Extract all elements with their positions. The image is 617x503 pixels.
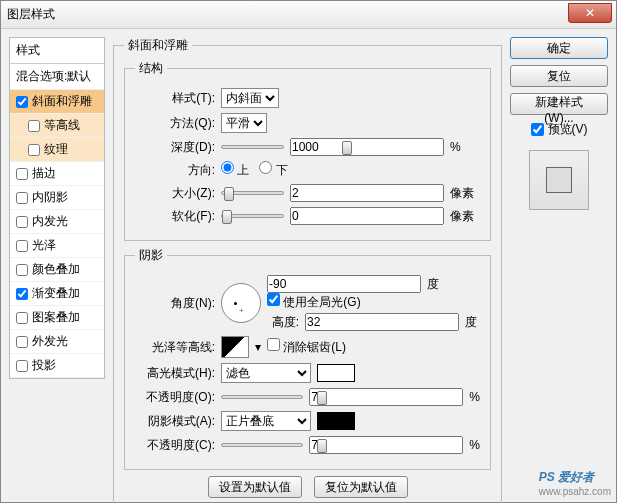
highlight-opacity-label: 不透明度(O): — [135, 389, 215, 406]
shading-group: 阴影 角度(N): + 度 使用全局光(G) 高度: — [124, 247, 491, 470]
highlight-opacity-slider[interactable] — [221, 395, 303, 399]
close-button[interactable]: ✕ — [568, 3, 612, 23]
shading-legend: 阴影 — [135, 247, 167, 264]
style-item[interactable]: 描边 — [10, 162, 104, 186]
shadow-opacity-label: 不透明度(C): — [135, 437, 215, 454]
style-item[interactable]: 斜面和浮雕 — [10, 90, 104, 114]
method-label: 方法(Q): — [135, 115, 215, 132]
size-input[interactable] — [290, 184, 444, 202]
angle-dial[interactable]: + — [221, 283, 261, 323]
depth-slider[interactable] — [221, 145, 284, 149]
blend-options-row[interactable]: 混合选项:默认 — [10, 64, 104, 90]
dir-up-radio[interactable]: 上 — [221, 161, 249, 179]
layer-style-dialog: 图层样式 ✕ 样式 混合选项:默认 斜面和浮雕等高线纹理描边内阴影内发光光泽颜色… — [0, 0, 617, 503]
depth-label: 深度(D): — [135, 139, 215, 156]
soften-input[interactable] — [290, 207, 444, 225]
shadow-mode-label: 阴影模式(A): — [135, 413, 215, 430]
angle-label: 角度(N): — [135, 295, 215, 312]
action-panel: 确定 复位 新建样式(W)... 预览(V) — [510, 37, 608, 494]
new-style-button[interactable]: 新建样式(W)... — [510, 93, 608, 115]
style-select[interactable]: 内斜面 — [221, 88, 279, 108]
ok-button[interactable]: 确定 — [510, 37, 608, 59]
direction-label: 方向: — [135, 162, 215, 179]
global-light-checkbox[interactable]: 使用全局光(G) — [267, 295, 361, 309]
structure-legend: 结构 — [135, 60, 167, 77]
style-item[interactable]: 等高线 — [10, 114, 104, 138]
gloss-contour-picker[interactable] — [221, 336, 249, 358]
antialias-checkbox[interactable]: 消除锯齿(L) — [267, 338, 346, 356]
size-unit: 像素 — [450, 185, 480, 202]
method-select[interactable]: 平滑 — [221, 113, 267, 133]
reset-default-button[interactable]: 复位为默认值 — [314, 476, 408, 498]
make-default-button[interactable]: 设置为默认值 — [208, 476, 302, 498]
titlebar: 图层样式 ✕ — [1, 1, 616, 29]
chevron-down-icon[interactable]: ▾ — [255, 340, 261, 354]
highlight-mode-label: 高光模式(H): — [135, 365, 215, 382]
watermark: PS 爱好者 www.psahz.com — [539, 467, 611, 497]
highlight-color-swatch[interactable] — [317, 364, 355, 382]
depth-input[interactable] — [290, 138, 444, 156]
style-item[interactable]: 投影 — [10, 354, 104, 378]
style-item[interactable]: 内阴影 — [10, 186, 104, 210]
size-label: 大小(Z): — [135, 185, 215, 202]
style-item[interactable]: 渐变叠加 — [10, 282, 104, 306]
altitude-unit: 度 — [465, 314, 477, 331]
style-item[interactable]: 颜色叠加 — [10, 258, 104, 282]
shadow-opacity-input[interactable] — [309, 436, 463, 454]
highlight-mode-select[interactable]: 滤色 — [221, 363, 311, 383]
cancel-button[interactable]: 复位 — [510, 65, 608, 87]
styles-panel: 样式 混合选项:默认 斜面和浮雕等高线纹理描边内阴影内发光光泽颜色叠加渐变叠加图… — [9, 37, 105, 494]
style-label: 样式(T): — [135, 90, 215, 107]
soften-unit: 像素 — [450, 208, 480, 225]
preview-checkbox[interactable]: 预览(V) — [510, 121, 608, 138]
style-item[interactable]: 纹理 — [10, 138, 104, 162]
dir-down-radio[interactable]: 下 — [259, 161, 287, 179]
angle-input[interactable] — [267, 275, 421, 293]
soften-label: 软化(F): — [135, 208, 215, 225]
settings-panel: 斜面和浮雕 结构 样式(T): 内斜面 方法(Q): 平滑 深度(D): — [113, 37, 502, 494]
highlight-opacity-input[interactable] — [309, 388, 463, 406]
style-item[interactable]: 光泽 — [10, 234, 104, 258]
size-slider[interactable] — [221, 191, 284, 195]
pct: % — [469, 390, 480, 404]
depth-unit: % — [450, 140, 480, 154]
window-title: 图层样式 — [7, 6, 55, 23]
style-item[interactable]: 图案叠加 — [10, 306, 104, 330]
preview-thumbnail — [529, 150, 589, 210]
style-item[interactable]: 外发光 — [10, 330, 104, 354]
styles-header: 样式 — [10, 38, 104, 64]
structure-group: 结构 样式(T): 内斜面 方法(Q): 平滑 深度(D): % — [124, 60, 491, 241]
altitude-input[interactable] — [305, 313, 459, 331]
bevel-legend: 斜面和浮雕 — [124, 37, 192, 54]
gloss-label: 光泽等高线: — [135, 339, 215, 356]
shadow-color-swatch[interactable] — [317, 412, 355, 430]
bevel-group: 斜面和浮雕 结构 样式(T): 内斜面 方法(Q): 平滑 深度(D): — [113, 37, 502, 503]
style-item[interactable]: 内发光 — [10, 210, 104, 234]
shadow-mode-select[interactable]: 正片叠底 — [221, 411, 311, 431]
angle-unit: 度 — [427, 276, 439, 293]
soften-slider[interactable] — [221, 214, 284, 218]
shadow-opacity-slider[interactable] — [221, 443, 303, 447]
altitude-label: 高度: — [267, 314, 299, 331]
